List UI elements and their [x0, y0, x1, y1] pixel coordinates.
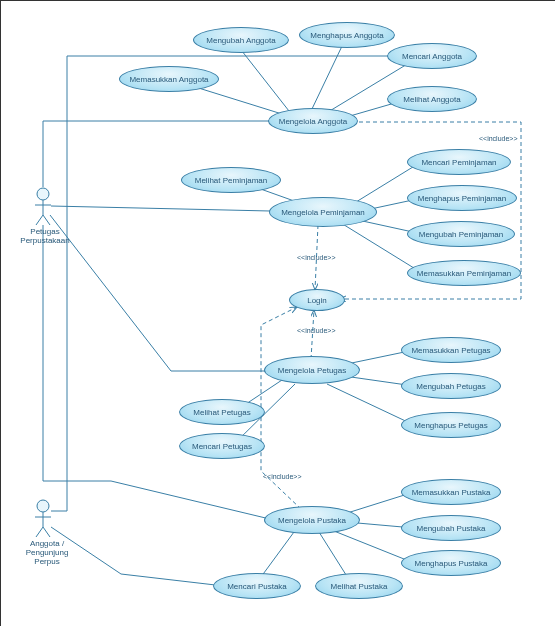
uc-menghapus-petugas: Menghapus Petugas — [401, 412, 501, 438]
uc-label: Mengelola Anggota — [279, 117, 348, 126]
uc-label: Memasukkan Pustaka — [412, 488, 491, 497]
uc-label: Melihat Peminjaman — [195, 176, 267, 185]
uc-label: Mengelola Pustaka — [278, 516, 346, 525]
uc-label: Mengubah Peminjaman — [419, 230, 504, 239]
uc-mengubah-petugas: Mengubah Petugas — [401, 373, 501, 399]
uc-mengubah-peminjaman: Mengubah Peminjaman — [407, 221, 515, 247]
svg-line-27 — [319, 532, 348, 578]
uc-mencari-anggota: Mencari Anggota — [387, 43, 477, 69]
uc-melihat-pustaka: Melihat Pustaka — [315, 573, 403, 599]
svg-line-8 — [36, 527, 43, 537]
uc-label: Mencari Pustaka — [227, 582, 287, 591]
actor-anggota-label: Anggota / Pengunjung Perpus — [9, 539, 85, 566]
uc-mengelola-peminjaman: Mengelola Peminjaman — [269, 197, 377, 227]
uc-label: Melihat Anggota — [403, 95, 460, 104]
uc-label: Mengelola Peminjaman — [281, 208, 365, 217]
uc-mengubah-anggota: Mengubah Anggota — [193, 27, 289, 53]
uc-label: Mencari Anggota — [402, 52, 462, 61]
uc-melihat-peminjaman: Melihat Peminjaman — [181, 167, 281, 193]
uc-mencari-pustaka: Mencari Pustaka — [213, 573, 301, 599]
uc-memasukkan-anggota: Memasukkan Anggota — [119, 66, 219, 92]
uc-melihat-petugas: Melihat Petugas — [179, 399, 265, 425]
uc-label: Mengubah Petugas — [416, 382, 485, 391]
uc-mengubah-pustaka: Mengubah Pustaka — [401, 515, 501, 541]
uc-mencari-petugas: Mencari Petugas — [179, 433, 265, 459]
uc-label: Mengubah Pustaka — [417, 524, 486, 533]
svg-point-0 — [37, 188, 49, 200]
uc-label: Mengelola Petugas — [278, 366, 347, 375]
svg-line-32 — [311, 310, 314, 359]
uc-label: Mencari Peminjaman — [421, 158, 496, 167]
diagram-canvas: Memasukkan Anggota Mengubah Anggota Meng… — [0, 0, 555, 626]
uc-label: Menghapus Peminjaman — [418, 194, 507, 203]
uc-mengelola-pustaka: Mengelola Pustaka — [264, 506, 360, 534]
actor-petugas-label: Petugas Perpustakaan — [9, 227, 81, 245]
svg-point-5 — [37, 500, 49, 512]
uc-label: Mengubah Anggota — [206, 36, 275, 45]
include-label: <<include>> — [479, 135, 518, 142]
uc-login: Login — [289, 289, 345, 311]
svg-line-25 — [327, 384, 414, 425]
svg-line-13 — [311, 44, 343, 111]
uc-menghapus-anggota: Menghapus Anggota — [299, 22, 395, 48]
uc-label: Melihat Petugas — [193, 408, 250, 417]
uc-label: Mencari Petugas — [192, 442, 252, 451]
svg-line-4 — [43, 215, 50, 225]
uc-label: Memasukkan Peminjaman — [417, 269, 511, 278]
uc-menghapus-pustaka: Menghapus Pustaka — [401, 550, 501, 576]
svg-line-9 — [43, 527, 50, 537]
uc-label: Melihat Pustaka — [331, 582, 388, 591]
uc-label: Menghapus Petugas — [414, 421, 487, 430]
include-label: <<include>> — [297, 254, 336, 261]
uc-melihat-anggota: Melihat Anggota — [387, 86, 477, 112]
uc-mengelola-petugas: Mengelola Petugas — [264, 356, 360, 384]
uc-label: Login — [307, 296, 327, 305]
svg-line-3 — [36, 215, 43, 225]
uc-label: Menghapus Anggota — [310, 31, 383, 40]
uc-memasukkan-peminjaman: Memasukkan Peminjaman — [407, 260, 521, 286]
uc-mencari-peminjaman: Mencari Peminjaman — [407, 149, 511, 175]
svg-line-10 — [51, 206, 270, 211]
include-label: <<include>> — [263, 473, 302, 480]
uc-memasukkan-petugas: Memasukkan Petugas — [401, 337, 501, 363]
uc-label: Memasukkan Anggota — [129, 75, 208, 84]
uc-mengelola-anggota: Mengelola Anggota — [268, 108, 358, 134]
uc-label: Memasukkan Petugas — [411, 346, 490, 355]
svg-line-30 — [334, 531, 414, 563]
uc-label: Menghapus Pustaka — [415, 559, 488, 568]
include-label: <<include>> — [297, 327, 336, 334]
uc-menghapus-peminjaman: Menghapus Peminjaman — [407, 185, 517, 211]
uc-memasukkan-pustaka: Memasukkan Pustaka — [401, 479, 501, 505]
